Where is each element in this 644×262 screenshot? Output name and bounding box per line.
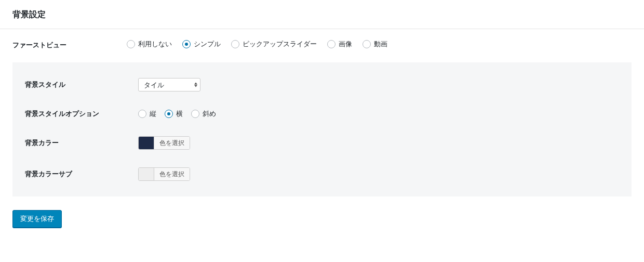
- bg-color-row: 背景カラー 色を選択: [25, 136, 619, 150]
- bg-style-option-controls: 縦 横 斜め: [138, 109, 619, 119]
- radio-label: シンプル: [194, 40, 221, 49]
- radio-label: 画像: [339, 40, 352, 49]
- first-view-options: 利用しない シンプル ピックアップスライダー 画像 動画: [127, 40, 632, 49]
- radio-icon: [327, 40, 336, 48]
- bg-style-select[interactable]: タイル: [138, 78, 200, 91]
- bg-style-option-vertical[interactable]: 縦: [138, 109, 156, 119]
- first-view-option-none[interactable]: 利用しない: [127, 40, 172, 49]
- bg-style-select-wrap: タイル: [138, 78, 200, 91]
- radio-label: 動画: [374, 40, 387, 49]
- radio-icon: [165, 110, 173, 118]
- first-view-row: ファーストビュー 利用しない シンプル ピックアップスライダー 画像 動画: [12, 40, 632, 50]
- color-swatch-icon: [139, 137, 154, 149]
- bg-color-label: 背景カラー: [25, 138, 138, 148]
- radio-label: 横: [176, 109, 183, 119]
- bg-style-option-diagonal[interactable]: 斜め: [191, 109, 216, 119]
- first-view-panel: 背景スタイル タイル 背景スタイルオプション 縦: [12, 62, 632, 197]
- bg-style-label: 背景スタイル: [25, 80, 138, 89]
- bg-color-controls: 色を選択: [138, 136, 619, 150]
- first-view-option-image[interactable]: 画像: [327, 40, 352, 49]
- bg-color-sub-row: 背景カラーサブ 色を選択: [25, 167, 619, 181]
- bg-style-option-row: 背景スタイルオプション 縦 横 斜め: [25, 109, 619, 119]
- bg-color-sub-label: 背景カラーサブ: [25, 169, 138, 179]
- radio-icon: [231, 40, 239, 48]
- radio-label: 利用しない: [138, 40, 172, 49]
- color-picker-label: 色を選択: [154, 137, 190, 149]
- radio-label: 斜め: [203, 109, 216, 119]
- radio-icon: [363, 40, 371, 48]
- radio-icon: [191, 110, 199, 118]
- radio-label: ピックアップスライダー: [243, 40, 317, 49]
- bg-color-sub-controls: 色を選択: [138, 167, 619, 181]
- first-view-option-simple[interactable]: シンプル: [182, 40, 221, 49]
- radio-icon: [182, 40, 191, 48]
- content-area: ファーストビュー 利用しない シンプル ピックアップスライダー 画像 動画: [0, 29, 644, 240]
- bg-style-controls: タイル: [138, 78, 619, 91]
- color-picker-label: 色を選択: [154, 168, 190, 180]
- bg-color-picker[interactable]: 色を選択: [138, 136, 190, 150]
- save-button[interactable]: 変更を保存: [12, 210, 62, 228]
- save-row: 変更を保存: [12, 210, 632, 228]
- bg-color-sub-picker[interactable]: 色を選択: [138, 167, 190, 181]
- first-view-label: ファーストビュー: [12, 40, 127, 50]
- bg-style-row: 背景スタイル タイル: [25, 78, 619, 91]
- radio-icon: [127, 40, 135, 48]
- radio-icon: [138, 110, 146, 118]
- section-heading-row: 背景設定: [0, 0, 644, 29]
- bg-style-option-label: 背景スタイルオプション: [25, 109, 138, 119]
- bg-style-option-horizontal[interactable]: 横: [165, 109, 183, 119]
- section-heading: 背景設定: [12, 9, 632, 20]
- color-swatch-icon: [139, 168, 154, 180]
- first-view-option-pickup[interactable]: ピックアップスライダー: [231, 40, 317, 49]
- radio-label: 縦: [150, 109, 156, 119]
- first-view-option-video[interactable]: 動画: [363, 40, 387, 49]
